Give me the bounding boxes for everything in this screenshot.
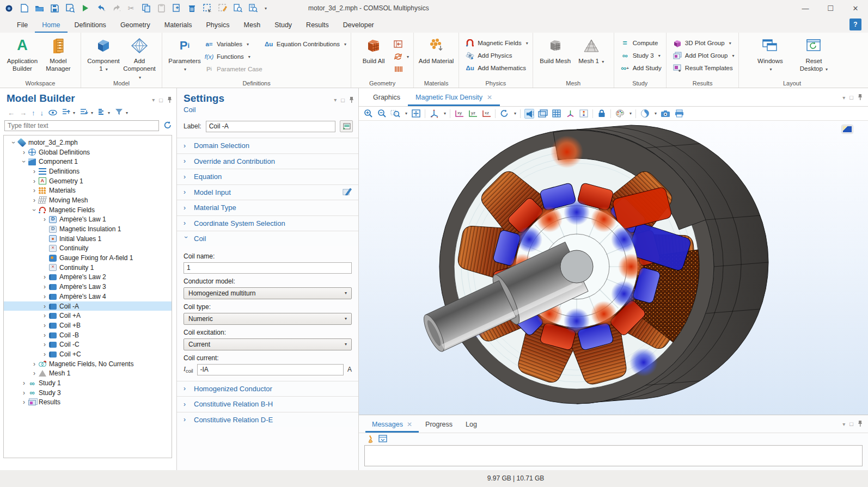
menu-developer[interactable]: Developer [336, 18, 381, 33]
section-equation[interactable]: ›Equation [177, 169, 358, 184]
tab-progress[interactable]: Progress [419, 417, 459, 433]
move-down-icon[interactable]: ↓ [40, 109, 44, 117]
tree-item-initial-values-1[interactable]: Initial Values 1 [4, 234, 172, 244]
rebuild-button[interactable]: ▾ [394, 52, 409, 61]
add-physics-button[interactable]: Add Physics [466, 51, 528, 60]
duplicate-button[interactable] [172, 4, 181, 13]
color-palette-button[interactable] [615, 109, 625, 119]
chevron-icon[interactable]: › [20, 158, 28, 165]
section-model-input[interactable]: ›Model Input [177, 184, 358, 200]
back-icon[interactable]: ← [8, 109, 15, 117]
coil-current-input[interactable] [197, 364, 344, 375]
panel-pin-icon[interactable] [349, 96, 354, 104]
chevron-icon[interactable]: › [41, 312, 48, 319]
chevron-down-icon[interactable]: ▾ [73, 110, 75, 115]
panel-float-icon[interactable]: □ [849, 421, 853, 427]
forward-icon[interactable]: → [20, 109, 27, 117]
section-material-type[interactable]: ›Material Type [177, 200, 358, 215]
chevron-icon[interactable]: › [21, 389, 27, 397]
magnetic-fields-button[interactable]: Magnetic Fields▾ [466, 38, 528, 48]
tree-item-coil-plus-a[interactable]: ›Coil +A [4, 311, 172, 320]
panel-menu-caret-icon[interactable]: ▾ [842, 95, 845, 101]
tree-item-moving-mesh[interactable]: ›Moving Mesh [4, 195, 172, 205]
add-component-button[interactable]: Add Component ▾ [121, 35, 157, 81]
menu-home[interactable]: Home [35, 18, 67, 33]
conductor-model-select[interactable]: Homogenized multiturn▾ [184, 287, 352, 299]
go-to-view-button[interactable] [429, 109, 439, 119]
study-3-button[interactable]: ∞Study 3▾ [621, 51, 662, 60]
move-up-icon[interactable]: ↑ [32, 109, 35, 117]
insert-sequence-button[interactable] [394, 39, 409, 49]
chevron-icon[interactable]: › [41, 350, 48, 358]
tree-item-root[interactable]: ›motor_3d_2.mph [4, 138, 172, 147]
menu-geometry[interactable]: Geometry [113, 18, 157, 33]
find-button[interactable] [233, 4, 242, 13]
chevron-icon[interactable]: › [31, 177, 38, 185]
chevron-down-icon[interactable]: ▾ [444, 111, 446, 116]
menu-file[interactable]: File [10, 18, 35, 33]
section-coordinate-system[interactable]: ›Coordinate System Selection [177, 215, 358, 231]
tree-item-magnetic-fields[interactable]: ›Magnetic Fields [4, 205, 172, 215]
equation-contributions-button[interactable]: ΔuEquation Contributions▾ [265, 39, 346, 49]
chevron-icon[interactable]: › [41, 215, 48, 223]
tree-item-coil-minus-a[interactable]: ›Coil -A [4, 301, 172, 311]
chevron-icon[interactable]: › [41, 341, 48, 348]
menu-mesh[interactable]: Mesh [237, 18, 268, 33]
close-tab-icon[interactable]: ✕ [487, 94, 492, 101]
tab-log[interactable]: Log [459, 417, 484, 433]
label-input[interactable] [206, 121, 335, 132]
clear-selection-button[interactable] [218, 4, 227, 13]
chevron-down-icon[interactable]: ▾ [629, 111, 632, 116]
tree-item-coil-minus-c[interactable]: ›Coil -C [4, 340, 172, 349]
copy-button[interactable] [142, 4, 151, 13]
rotate-view-button[interactable] [499, 109, 509, 119]
chevron-icon[interactable]: › [41, 283, 48, 291]
refresh-icon[interactable] [163, 121, 172, 131]
menu-materials[interactable]: Materials [157, 18, 199, 33]
undo-button[interactable] [96, 4, 105, 13]
snapshot-camera-button[interactable] [661, 109, 670, 119]
coil-name-input[interactable] [184, 262, 352, 274]
panel-menu-caret-icon[interactable]: ▾ [334, 97, 337, 103]
select-box-button[interactable] [203, 4, 212, 13]
scene-light-toggle[interactable] [524, 109, 534, 119]
component-1-button[interactable]: Component 1 ▾ [85, 35, 121, 73]
edit-model-input-icon[interactable] [343, 187, 352, 197]
panel-menu-caret-icon[interactable]: ▾ [842, 421, 845, 427]
search-model-button[interactable] [248, 4, 258, 13]
chevron-down-icon[interactable]: ▾ [91, 110, 93, 115]
view-yz-button[interactable]: yz [468, 109, 478, 119]
tree-item-results[interactable]: ›Results [4, 398, 172, 408]
tree-item-amperes-law-2[interactable]: ›Ampère's Law 2 [4, 273, 172, 282]
menu-physics[interactable]: Physics [199, 18, 236, 33]
section-constitutive-de[interactable]: ›Constitutive Relation D-E [177, 412, 358, 428]
zoom-in-button[interactable] [363, 109, 373, 119]
filter-icon[interactable] [115, 108, 123, 117]
save-as-button[interactable] [65, 4, 75, 13]
message-settings-button[interactable] [378, 435, 387, 443]
menu-study[interactable]: Study [267, 18, 299, 33]
tree-item-global-definitions[interactable]: ›Global Definitions [4, 147, 172, 157]
help-button[interactable]: ? [849, 19, 861, 30]
chevron-icon[interactable]: › [21, 398, 27, 406]
menu-results[interactable]: Results [299, 18, 336, 33]
chevron-icon[interactable]: › [10, 139, 17, 146]
chevron-icon[interactable]: › [41, 303, 48, 310]
zoom-out-button[interactable] [377, 109, 387, 119]
tab-graphics[interactable]: Graphics [365, 89, 408, 106]
tree-filter-input[interactable] [4, 120, 159, 131]
grid-toggle[interactable] [552, 109, 561, 119]
tree-item-magnetic-fields-no-currents[interactable]: ›Magnetic Fields, No Currents [4, 359, 172, 369]
3d-plot-group-button[interactable]: 3D Plot Group▾ [673, 38, 735, 48]
minimize-button[interactable]: — [793, 0, 818, 16]
maximize-button[interactable]: ☐ [818, 0, 843, 16]
show-icon[interactable] [48, 109, 57, 117]
panel-float-icon[interactable]: □ [341, 97, 345, 103]
tree-item-coil-minus-b[interactable]: ›Coil -B [4, 330, 172, 340]
expand-all-icon[interactable] [62, 108, 70, 117]
chevron-icon[interactable]: › [30, 207, 38, 213]
delete-button[interactable] [187, 4, 197, 13]
windows-button[interactable]: Windows▾ [752, 35, 788, 73]
view-xz-button[interactable]: xz [481, 109, 491, 119]
coil-excitation-select[interactable]: Current▾ [184, 338, 352, 350]
